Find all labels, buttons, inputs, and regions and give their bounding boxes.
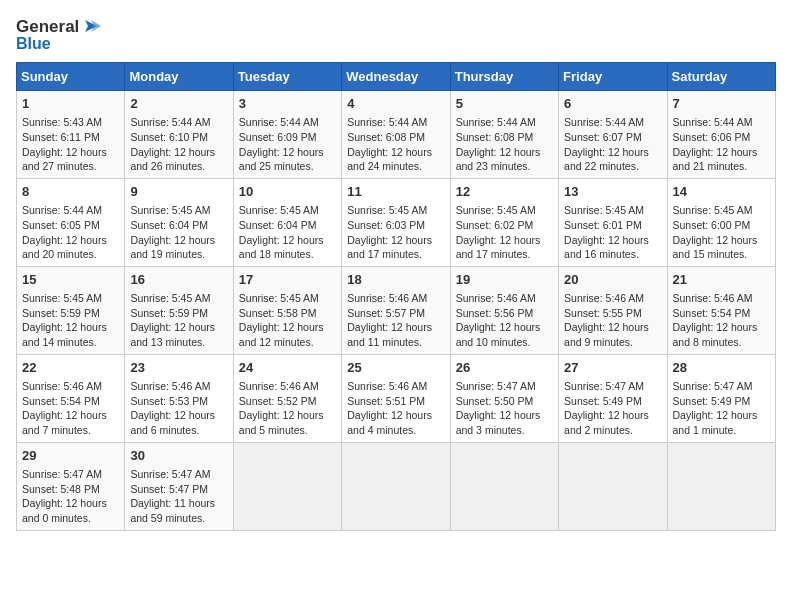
sunset-label: Sunset: 6:09 PM <box>239 131 317 143</box>
daylight-label: Daylight: 12 hours and 15 minutes. <box>673 234 758 261</box>
daylight-label: Daylight: 12 hours and 27 minutes. <box>22 146 107 173</box>
sunset-label: Sunset: 6:03 PM <box>347 219 425 231</box>
daylight-label: Daylight: 12 hours and 0 minutes. <box>22 497 107 524</box>
day-header-wednesday: Wednesday <box>342 63 450 91</box>
sunset-label: Sunset: 6:04 PM <box>239 219 317 231</box>
calendar-cell: 25Sunrise: 5:46 AMSunset: 5:51 PMDayligh… <box>342 354 450 442</box>
calendar-week-row: 29Sunrise: 5:47 AMSunset: 5:48 PMDayligh… <box>17 442 776 530</box>
sunrise-label: Sunrise: 5:46 AM <box>347 380 427 392</box>
sunset-label: Sunset: 5:58 PM <box>239 307 317 319</box>
sunrise-label: Sunrise: 5:46 AM <box>347 292 427 304</box>
daylight-label: Daylight: 12 hours and 3 minutes. <box>456 409 541 436</box>
daylight-label: Daylight: 12 hours and 22 minutes. <box>564 146 649 173</box>
day-number: 2 <box>130 95 227 113</box>
daylight-label: Daylight: 12 hours and 8 minutes. <box>673 321 758 348</box>
calendar-cell: 6Sunrise: 5:44 AMSunset: 6:07 PMDaylight… <box>559 91 667 179</box>
calendar-cell: 12Sunrise: 5:45 AMSunset: 6:02 PMDayligh… <box>450 178 558 266</box>
sunrise-label: Sunrise: 5:45 AM <box>130 204 210 216</box>
day-number: 14 <box>673 183 770 201</box>
calendar-cell: 27Sunrise: 5:47 AMSunset: 5:49 PMDayligh… <box>559 354 667 442</box>
sunrise-label: Sunrise: 5:46 AM <box>22 380 102 392</box>
day-number: 5 <box>456 95 553 113</box>
daylight-label: Daylight: 12 hours and 1 minute. <box>673 409 758 436</box>
sunset-label: Sunset: 6:04 PM <box>130 219 208 231</box>
calendar-cell <box>450 442 558 530</box>
daylight-label: Daylight: 12 hours and 12 minutes. <box>239 321 324 348</box>
calendar-cell <box>559 442 667 530</box>
day-number: 21 <box>673 271 770 289</box>
day-number: 29 <box>22 447 119 465</box>
calendar-cell: 2Sunrise: 5:44 AMSunset: 6:10 PMDaylight… <box>125 91 233 179</box>
day-number: 18 <box>347 271 444 289</box>
day-number: 19 <box>456 271 553 289</box>
page-header: General Blue <box>16 16 776 52</box>
sunset-label: Sunset: 6:02 PM <box>456 219 534 231</box>
calendar-cell: 26Sunrise: 5:47 AMSunset: 5:50 PMDayligh… <box>450 354 558 442</box>
sunrise-label: Sunrise: 5:45 AM <box>673 204 753 216</box>
daylight-label: Daylight: 12 hours and 18 minutes. <box>239 234 324 261</box>
sunset-label: Sunset: 5:48 PM <box>22 483 100 495</box>
daylight-label: Daylight: 12 hours and 11 minutes. <box>347 321 432 348</box>
sunset-label: Sunset: 5:55 PM <box>564 307 642 319</box>
day-header-sunday: Sunday <box>17 63 125 91</box>
daylight-label: Daylight: 12 hours and 24 minutes. <box>347 146 432 173</box>
day-number: 1 <box>22 95 119 113</box>
day-header-saturday: Saturday <box>667 63 775 91</box>
day-number: 27 <box>564 359 661 377</box>
sunset-label: Sunset: 5:49 PM <box>564 395 642 407</box>
sunset-label: Sunset: 5:57 PM <box>347 307 425 319</box>
sunset-label: Sunset: 6:01 PM <box>564 219 642 231</box>
sunset-label: Sunset: 5:50 PM <box>456 395 534 407</box>
calendar-cell: 3Sunrise: 5:44 AMSunset: 6:09 PMDaylight… <box>233 91 341 179</box>
sunrise-label: Sunrise: 5:44 AM <box>673 116 753 128</box>
day-number: 23 <box>130 359 227 377</box>
day-number: 24 <box>239 359 336 377</box>
day-number: 8 <box>22 183 119 201</box>
day-number: 4 <box>347 95 444 113</box>
day-number: 11 <box>347 183 444 201</box>
daylight-label: Daylight: 12 hours and 17 minutes. <box>456 234 541 261</box>
daylight-label: Daylight: 12 hours and 17 minutes. <box>347 234 432 261</box>
logo: General Blue <box>16 16 101 52</box>
day-number: 25 <box>347 359 444 377</box>
day-number: 28 <box>673 359 770 377</box>
sunset-label: Sunset: 5:52 PM <box>239 395 317 407</box>
calendar-week-row: 15Sunrise: 5:45 AMSunset: 5:59 PMDayligh… <box>17 266 776 354</box>
calendar-cell: 29Sunrise: 5:47 AMSunset: 5:48 PMDayligh… <box>17 442 125 530</box>
sunrise-label: Sunrise: 5:46 AM <box>564 292 644 304</box>
sunrise-label: Sunrise: 5:43 AM <box>22 116 102 128</box>
calendar-cell: 10Sunrise: 5:45 AMSunset: 6:04 PMDayligh… <box>233 178 341 266</box>
sunrise-label: Sunrise: 5:45 AM <box>347 204 427 216</box>
sunset-label: Sunset: 5:54 PM <box>22 395 100 407</box>
sunset-label: Sunset: 6:11 PM <box>22 131 100 143</box>
day-number: 15 <box>22 271 119 289</box>
calendar-cell: 7Sunrise: 5:44 AMSunset: 6:06 PMDaylight… <box>667 91 775 179</box>
daylight-label: Daylight: 12 hours and 21 minutes. <box>673 146 758 173</box>
sunrise-label: Sunrise: 5:45 AM <box>22 292 102 304</box>
sunset-label: Sunset: 5:54 PM <box>673 307 751 319</box>
day-number: 6 <box>564 95 661 113</box>
sunrise-label: Sunrise: 5:45 AM <box>130 292 210 304</box>
day-header-thursday: Thursday <box>450 63 558 91</box>
sunset-label: Sunset: 6:08 PM <box>347 131 425 143</box>
calendar-cell: 5Sunrise: 5:44 AMSunset: 6:08 PMDaylight… <box>450 91 558 179</box>
sunrise-label: Sunrise: 5:46 AM <box>239 380 319 392</box>
calendar-week-row: 22Sunrise: 5:46 AMSunset: 5:54 PMDayligh… <box>17 354 776 442</box>
daylight-label: Daylight: 12 hours and 13 minutes. <box>130 321 215 348</box>
daylight-label: Daylight: 12 hours and 6 minutes. <box>130 409 215 436</box>
calendar-cell <box>342 442 450 530</box>
sunrise-label: Sunrise: 5:47 AM <box>673 380 753 392</box>
day-header-monday: Monday <box>125 63 233 91</box>
sunset-label: Sunset: 5:59 PM <box>130 307 208 319</box>
sunset-label: Sunset: 6:07 PM <box>564 131 642 143</box>
sunset-label: Sunset: 6:06 PM <box>673 131 751 143</box>
daylight-label: Daylight: 12 hours and 25 minutes. <box>239 146 324 173</box>
daylight-label: Daylight: 11 hours and 59 minutes. <box>130 497 215 524</box>
day-number: 20 <box>564 271 661 289</box>
sunrise-label: Sunrise: 5:46 AM <box>456 292 536 304</box>
sunrise-label: Sunrise: 5:44 AM <box>22 204 102 216</box>
sunset-label: Sunset: 6:05 PM <box>22 219 100 231</box>
calendar-cell: 21Sunrise: 5:46 AMSunset: 5:54 PMDayligh… <box>667 266 775 354</box>
daylight-label: Daylight: 12 hours and 14 minutes. <box>22 321 107 348</box>
calendar-cell: 30Sunrise: 5:47 AMSunset: 5:47 PMDayligh… <box>125 442 233 530</box>
